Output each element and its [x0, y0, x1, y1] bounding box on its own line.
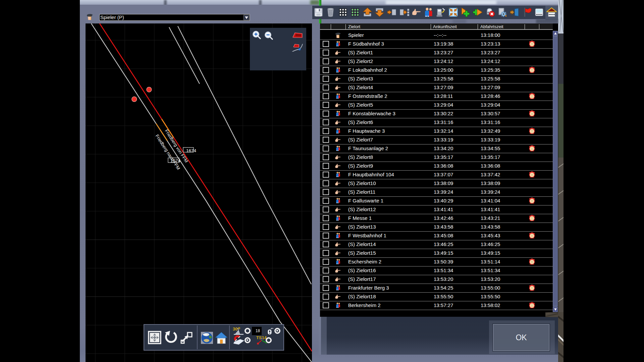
svg-text:Friedberg nach FFM: Friedberg nach FFM [154, 133, 181, 171]
svg-text:1674: 1674 [170, 158, 181, 163]
svg-text:30: 30 [233, 326, 237, 331]
svg-text:1674: 1674 [186, 148, 197, 153]
